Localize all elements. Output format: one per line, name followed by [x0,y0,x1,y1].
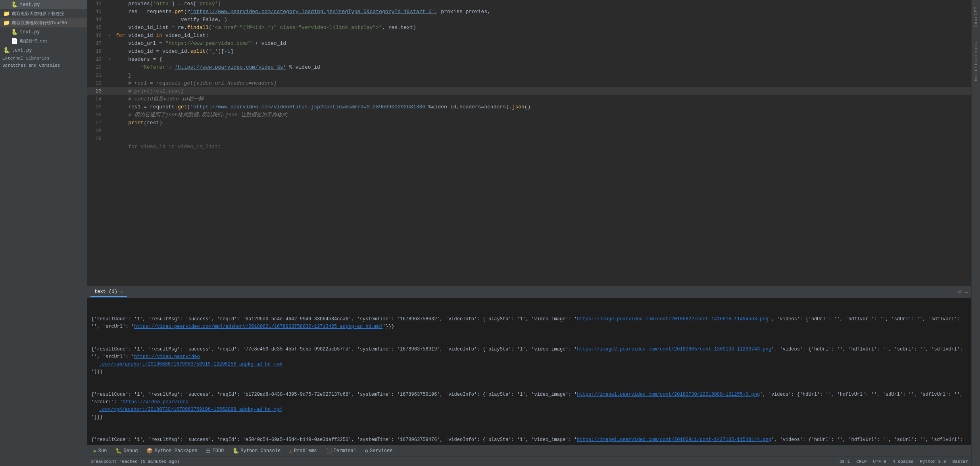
status-bar: breakpoint reached (5 minutes ago) 28:1 … [87,456,971,466]
code-line-21: 21 } [87,71,971,79]
sidebar-item-text-py[interactable]: 🐍 text.py [0,27,87,37]
indent-setting: 4 spaces [893,459,914,464]
code-line-27: 27 print(res1) [87,119,971,127]
git-branch: master [952,459,968,464]
txt-icon: 📄 [11,38,18,44]
debug-icon: 🐛 [115,448,122,454]
bottom-toolbar: ▶ Run 🐛 Debug 📦 Python Packages ☰ TODO 🐍… [87,445,971,456]
code-line-19: 19 ▾ headers = { [87,56,971,64]
code-line-23: 23 # print(res1.text) [87,87,971,95]
todo-icon: ☰ [206,448,211,454]
python-file-icon: 🐍 [11,1,18,8]
code-line-17: 17 video_url = "https://www.pearvideo.co… [87,40,971,48]
services-button[interactable]: ⚙ Services [361,447,396,455]
breakpoint-status: breakpoint reached (5 minutes ago) [90,459,179,464]
run-button[interactable]: ▶ Run [90,447,111,455]
code-line-14: 14 verify=False, ) [87,16,971,24]
packages-icon: 📦 [146,448,153,454]
status-bar-left: breakpoint reached (5 minutes ago) [90,459,179,464]
code-line-12: 12 proxies['http'] = res['proxy'] [87,0,971,8]
code-line-20: 20 'Referer': 'https://www.pearvideo.com… [87,64,971,71]
notifications-label[interactable]: Notifications [972,39,980,84]
problems-icon: ⚠ [289,448,292,454]
terminal-settings-icon[interactable]: ⚙ [958,289,961,295]
sidebar-external-libraries[interactable]: External Libraries [0,55,87,62]
output-line-2: {'resultCode': '1', 'resultMsg': 'succes… [91,346,967,376]
language-version: Python 3.8 [920,459,946,464]
code-line-13: 13 res = requests.get(r'https://www.pear… [87,8,971,16]
run-icon: ▶ [94,448,97,454]
code-line-16: 16 ▾ for video_id in video_id_list: [87,32,971,40]
code-line-18: 18 video_id = video_id.split('_')[-1] [87,48,971,56]
sidebar-item-douban[interactable]: 📁 爬取豆瓣电影排行榜Top250 [0,18,87,27]
code-line-25: 25 res1 = requests.get('https://www.pear… [87,103,971,111]
code-line-29: 29 [87,135,971,143]
terminal-minimize-icon[interactable]: — [965,289,968,295]
status-bar-right: 28:1 CRLF UTF-8 4 spaces Python 3.8 mast… [840,459,968,464]
services-icon: ⚙ [365,448,368,454]
editor-area: 12 proxies['http'] = res['proxy'] 13 res… [87,0,971,466]
problems-button[interactable]: ⚠ Problems [285,447,321,455]
code-line-24: 24 # contId就是video_id都一样 [87,95,971,103]
sidebar-scratches-consoles[interactable]: Scratches and Consoles [0,62,87,69]
cursor-position: 28:1 [840,459,850,464]
encoding: UTF-8 [873,459,886,464]
terminal-tab-close[interactable]: ✕ [121,289,123,294]
terminal-button[interactable]: ⬛ Terminal [322,447,361,455]
python-console-icon: 🐍 [233,448,239,454]
output-line-3: {'resultCode': '1', 'resultMsg': 'succes… [91,391,967,421]
python-packages-button[interactable]: 📦 Python Packages [142,447,201,455]
right-sidebar: ChatGPT Notifications [971,0,980,466]
folder-icon-2: 📁 [3,19,10,26]
code-line-15: 15 video_id_list = re.findall('<a href="… [87,24,971,32]
sidebar-item-dianying-txt[interactable]: 📄 电影排行.txt [0,37,87,46]
todo-button[interactable]: ☰ TODO [202,447,228,455]
terminal-panel: text (1) ✕ ⚙ — {'resultCode': '1', 'resu… [87,286,971,445]
sidebar-item-heaven[interactable]: 📁 爬取电影天堂电影下载连接 [0,9,87,18]
code-editor[interactable]: 12 proxies['http'] = res['proxy'] 13 res… [87,0,971,286]
chatgpt-label[interactable]: ChatGPT [972,3,980,31]
code-line-extra: for video_id in video_id_list: [87,143,971,151]
code-line-28: 28 [87,127,971,135]
terminal-tabs: text (1) ✕ ⚙ — [87,286,971,298]
python-console-button[interactable]: 🐍 Python Console [229,447,284,455]
debug-button[interactable]: 🐛 Debug [111,447,142,455]
terminal-output[interactable]: {'resultCode': '1', 'resultMsg': 'succes… [87,298,971,445]
folder-icon: 📁 [3,10,10,17]
terminal-tab-text[interactable]: text (1) ✕ [90,287,127,297]
terminal-controls: ⚙ — [958,289,968,295]
sidebar-item-test-py[interactable]: 🐍 test.py [0,0,87,9]
code-line-22: 22 # res1 = requests.get(video_url,heade… [87,79,971,87]
output-line-1: {'resultCode': '1', 'resultMsg': 'succes… [91,316,967,331]
file-tree: 🐍 test.py 📁 爬取电影天堂电影下载连接 📁 爬取豆瓣电影排行榜Top2… [0,0,87,466]
output-line-4: {'resultCode': '1', 'resultMsg': 'succes… [91,436,967,445]
code-line-26: 26 # 因为它返回了json格式数据,所以我们.json 让数据变为字典格式 [87,111,971,119]
py-icon: 🐍 [11,29,18,35]
terminal-icon: ⬛ [326,448,332,454]
line-ending: CRLF [856,459,867,464]
terminal-tab-label: text (1) [94,289,117,295]
py-icon-2: 🐍 [3,47,10,54]
sidebar-item-text-py2[interactable]: 🐍 text.py [0,46,87,55]
